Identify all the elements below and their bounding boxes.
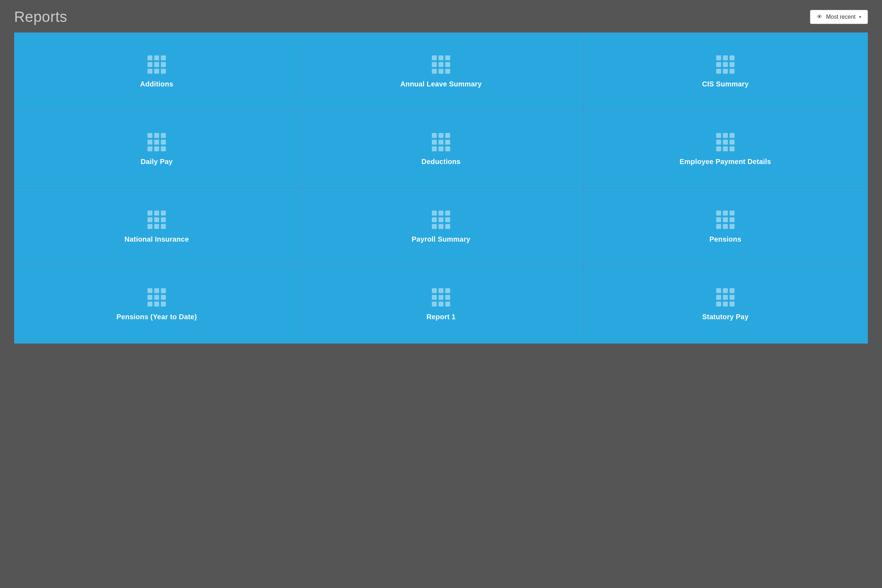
- report-icon-cis-summary: [716, 56, 735, 74]
- report-label-national-insurance: National Insurance: [124, 235, 189, 243]
- report-icon-payroll-summary: [432, 211, 450, 229]
- report-tile-daily-pay[interactable]: Daily Pay: [15, 110, 299, 188]
- chevron-down-icon: ▾: [859, 15, 861, 20]
- report-icon-annual-leave-summary: [432, 56, 450, 74]
- report-label-additions: Additions: [140, 80, 173, 88]
- report-label-payroll-summary: Payroll Summary: [412, 235, 470, 243]
- report-icon-daily-pay: [147, 133, 166, 152]
- report-label-pensions-year-to-date: Pensions (Year to Date): [116, 313, 197, 321]
- report-tile-deductions[interactable]: Deductions: [299, 110, 583, 188]
- report-tile-payroll-summary[interactable]: Payroll Summary: [299, 188, 583, 266]
- report-icon-report-1: [432, 288, 450, 306]
- report-icon-additions: [147, 56, 166, 74]
- report-icon-statutory-pay: [716, 288, 735, 306]
- report-tile-additions[interactable]: Additions: [15, 33, 299, 110]
- report-tile-pensions-year-to-date[interactable]: Pensions (Year to Date): [15, 266, 299, 343]
- report-label-deductions: Deductions: [422, 158, 461, 166]
- report-tile-cis-summary[interactable]: CIS Summary: [583, 33, 867, 110]
- report-tile-national-insurance[interactable]: National Insurance: [15, 188, 299, 266]
- page-header: Reports 👁 Most recent ▾: [0, 0, 882, 33]
- report-label-daily-pay: Daily Pay: [141, 158, 173, 166]
- report-icon-pensions: [716, 211, 735, 229]
- most-recent-button[interactable]: 👁 Most recent ▾: [810, 10, 868, 24]
- report-label-cis-summary: CIS Summary: [702, 80, 748, 88]
- report-icon-national-insurance: [147, 211, 166, 229]
- report-icon-deductions: [432, 133, 450, 152]
- report-label-report-1: Report 1: [426, 313, 456, 321]
- report-label-statutory-pay: Statutory Pay: [702, 313, 748, 321]
- eye-icon: 👁: [817, 14, 822, 20]
- report-icon-pensions-year-to-date: [147, 288, 166, 306]
- page-title: Reports: [14, 9, 68, 26]
- report-icon-employee-payment-details: [716, 133, 735, 152]
- most-recent-label: Most recent: [826, 14, 855, 20]
- reports-grid: AdditionsAnnual Leave SummaryCIS Summary…: [14, 33, 868, 344]
- report-tile-report-1[interactable]: Report 1: [299, 266, 583, 343]
- report-tile-employee-payment-details[interactable]: Employee Payment Details: [583, 110, 867, 188]
- report-tile-pensions[interactable]: Pensions: [583, 188, 867, 266]
- report-tile-statutory-pay[interactable]: Statutory Pay: [583, 266, 867, 343]
- report-label-annual-leave-summary: Annual Leave Summary: [400, 80, 482, 88]
- report-label-pensions: Pensions: [710, 235, 742, 243]
- report-label-employee-payment-details: Employee Payment Details: [680, 158, 771, 166]
- report-tile-annual-leave-summary[interactable]: Annual Leave Summary: [299, 33, 583, 110]
